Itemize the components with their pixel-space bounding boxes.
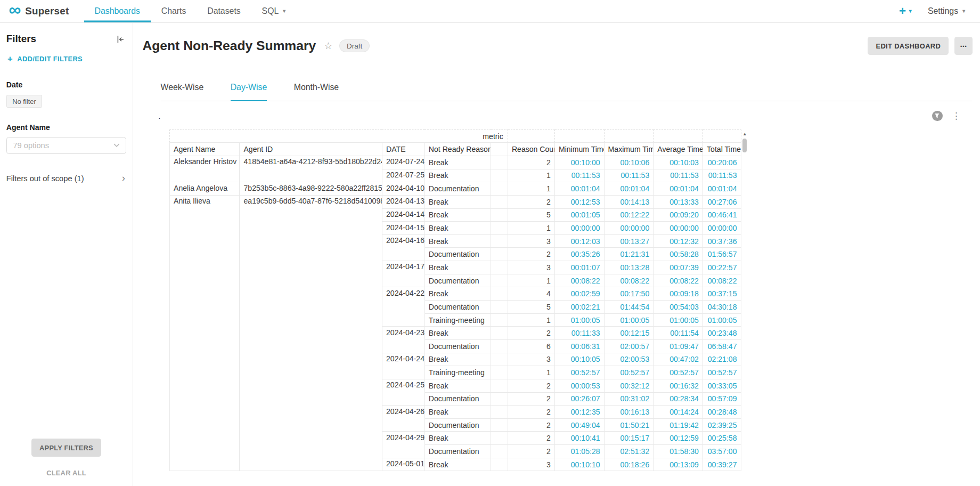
nav-item-sql[interactable]: SQL▼	[251, 0, 298, 22]
total-time-cell: 00:08:22	[703, 274, 741, 287]
max-time-cell: 00:16:13	[604, 406, 654, 419]
table-scrollbar[interactable]: ▲	[741, 131, 748, 477]
more-options-button[interactable]: ...	[954, 37, 973, 55]
applied-filters-icon[interactable]	[932, 111, 943, 122]
spacer-cell	[491, 287, 508, 301]
reason-cell: Break	[424, 261, 491, 274]
min-time-cell: 00:08:22	[554, 274, 604, 287]
spacer-cell	[491, 379, 508, 392]
total-time-cell: 01:56:57	[703, 248, 741, 261]
min-time-cell: 00:12:53	[554, 195, 604, 208]
total-time-cell: 00:00:00	[703, 222, 741, 235]
collapse-sidebar-icon[interactable]	[115, 33, 126, 45]
max-time-cell: 00:32:12	[604, 379, 654, 392]
min-time-cell: 00:10:10	[554, 458, 604, 471]
tab-day-wise[interactable]: Day-Wise	[231, 74, 267, 101]
scrollbar-thumb[interactable]	[742, 139, 747, 152]
avg-time-cell: 01:09:47	[654, 339, 703, 353]
tab-label: Week-Wise	[161, 83, 204, 92]
date-cell: 2024-07-24	[382, 156, 424, 169]
min-time-cell: 00:12:03	[554, 234, 604, 248]
avg-time-cell: 00:16:32	[654, 379, 703, 392]
avg-time-cell: 00:28:34	[654, 392, 703, 406]
max-time-cell: 00:12:15	[604, 327, 654, 340]
nav-item-dashboards[interactable]: Dashboards	[84, 0, 151, 22]
apply-filters-button[interactable]: APPLY FILTERS	[31, 439, 101, 457]
chart-menu-kebab-icon[interactable]: ⋮	[952, 111, 960, 120]
tab-week-wise[interactable]: Week-Wise	[161, 74, 204, 101]
reason-count-cell: 2	[508, 432, 554, 445]
scroll-up-arrow-icon[interactable]: ▲	[741, 131, 748, 137]
nav-item-charts[interactable]: Charts	[151, 0, 197, 22]
reason-cell: Break	[424, 169, 491, 182]
agent-name-cell: Anelia Angelova	[170, 182, 240, 196]
reason-count-cell: 2	[508, 327, 554, 340]
new-item-button[interactable]: +▼	[899, 4, 913, 18]
select-placeholder: 79 options	[13, 141, 49, 150]
tab-month-wise[interactable]: Month-Wise	[294, 74, 339, 101]
total-time-cell: 00:11:53	[703, 169, 741, 182]
settings-menu[interactable]: Settings▼	[928, 6, 966, 16]
reason-count-cell: 2	[508, 195, 554, 208]
max-time-cell: 02:00:53	[604, 353, 654, 366]
pivot-table: metricAgent NameAgent IDDATENot Ready Re…	[169, 129, 741, 472]
spacer-cell	[491, 445, 508, 458]
spacer-cell	[491, 366, 508, 379]
reason-count-cell: 2	[508, 156, 554, 169]
total-time-cell: 00:37:15	[703, 287, 741, 301]
reason-cell: Documentation	[424, 392, 491, 406]
max-time-cell: 00:17:50	[604, 287, 654, 301]
nav-label: Charts	[161, 6, 186, 16]
total-time-cell: 00:52:57	[703, 366, 741, 379]
avg-time-cell: 00:13:09	[654, 458, 703, 471]
out-of-scope-label: Filters out of scope (1)	[6, 174, 84, 183]
total-time-cell: 00:46:41	[703, 208, 741, 222]
column-header: DATE	[382, 143, 424, 156]
date-cell: 2024-04-24	[382, 353, 424, 379]
reason-cell: Break	[424, 234, 491, 248]
date-cell: 2024-04-17	[382, 261, 424, 287]
chevron-down-icon: ▼	[961, 9, 966, 14]
filters-out-of-scope-toggle[interactable]: Filters out of scope (1) ›	[6, 174, 126, 183]
spacer-cell	[491, 248, 508, 261]
max-time-cell: 00:11:53	[604, 169, 654, 182]
avg-time-cell: 00:10:03	[654, 156, 703, 169]
plus-icon: +	[7, 54, 13, 63]
top-navbar: ∞ Superset Dashboards Charts Datasets SQ…	[0, 0, 980, 23]
agent-name-cell: Aleksander Hristov	[170, 156, 240, 182]
app-window: ∞ Superset Dashboards Charts Datasets SQ…	[0, 0, 980, 486]
total-time-cell: 01:00:05	[703, 313, 741, 327]
add-edit-filters-button[interactable]: + ADD/EDIT FILTERS	[7, 54, 126, 63]
date-cell: 2024-07-25	[382, 169, 424, 182]
favorite-star-icon[interactable]: ☆	[324, 40, 332, 52]
reason-count-cell: 4	[508, 287, 554, 301]
total-time-cell: 00:27:06	[703, 195, 741, 208]
table-row: Aleksander Hristov41854e81-a64a-4212-8f9…	[170, 156, 741, 169]
total-time-cell: 00:01:04	[703, 182, 741, 196]
min-time-cell: 00:49:04	[554, 418, 604, 432]
agent-name-select[interactable]: 79 options	[6, 137, 126, 154]
metric-header-spacer	[654, 129, 703, 143]
superset-logo[interactable]: ∞ Superset	[9, 0, 69, 22]
spacer-cell	[491, 301, 508, 314]
clear-all-button[interactable]: CLEAR ALL	[46, 469, 86, 477]
spacer-cell	[491, 313, 508, 327]
avg-time-cell: 00:47:02	[654, 353, 703, 366]
metric-header-spacer	[554, 129, 604, 143]
reason-count-cell: 1	[508, 169, 554, 182]
main-nav: Dashboards Charts Datasets SQL▼	[84, 0, 298, 22]
edit-dashboard-button[interactable]: EDIT DASHBOARD	[868, 37, 949, 55]
min-time-cell: 00:00:53	[554, 379, 604, 392]
reason-count-cell: 5	[508, 208, 554, 222]
avg-time-cell: 00:12:59	[654, 432, 703, 445]
nav-item-datasets[interactable]: Datasets	[197, 0, 251, 22]
max-time-cell: 01:00:05	[604, 313, 654, 327]
spacer-cell	[491, 234, 508, 248]
page-title: Agent Non-Ready Summary	[143, 38, 316, 53]
max-time-cell: 00:31:02	[604, 392, 654, 406]
total-time-cell: 00:33:05	[703, 379, 741, 392]
reason-cell: Break	[424, 406, 491, 419]
settings-label: Settings	[928, 6, 958, 16]
max-time-cell: 02:00:57	[604, 339, 654, 353]
min-time-cell: 00:06:31	[554, 339, 604, 353]
